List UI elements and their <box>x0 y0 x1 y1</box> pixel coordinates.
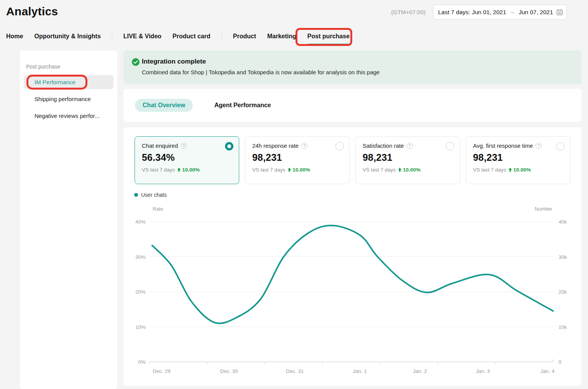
x-tick-label: Dec. 30 <box>220 368 238 374</box>
user-chats-series-line <box>152 226 553 324</box>
nav-item-opportunity-insights[interactable]: Opportunity & Insights <box>34 33 100 40</box>
integration-banner: Integration complete Combined data for S… <box>123 51 581 84</box>
tab-chat-overview[interactable]: Chat Overview <box>135 99 193 112</box>
calendar-icon <box>556 9 563 16</box>
nav-item-marketing[interactable]: Marketing <box>267 33 296 40</box>
tabs-card: Chat Overview Agent Performance <box>123 89 581 122</box>
metric-card-chat-enquired[interactable]: Chat enquired ? 56.34% VS last 7 days 10… <box>135 136 239 184</box>
metric-value: 98,231 <box>473 152 563 163</box>
nav-separator <box>222 33 222 40</box>
sidebar-section-label: Post purchase <box>26 64 117 70</box>
metric-value: 56.34% <box>142 152 232 163</box>
y-tick-right: 20k <box>558 289 567 295</box>
y-tick-right: 30k <box>558 254 567 260</box>
sidebar-item-shipping-performance[interactable]: Shipping performance <box>24 92 113 106</box>
top-navigation: Home Opportunity & Insights LIVE & Video… <box>6 31 350 42</box>
radio-selected-icon[interactable] <box>225 142 233 150</box>
help-icon[interactable]: ? <box>407 143 413 149</box>
sidebar-item-im-performance[interactable]: IM Performance <box>24 75 113 89</box>
y-tick-left: 0% <box>138 359 146 365</box>
y-tick-right: 40k <box>558 219 567 225</box>
metric-change: 10.00% <box>292 167 310 173</box>
metric-change: 10.00% <box>403 167 420 173</box>
banner-title: Integration complete <box>142 58 206 65</box>
date-range-end: Jun 07, 2021 <box>519 9 553 16</box>
radio-unselected-icon[interactable] <box>446 142 454 150</box>
metric-label: Chat enquired <box>142 142 178 149</box>
metric-change: 10.00% <box>182 167 200 173</box>
y-tick-left: 30% <box>135 254 146 260</box>
help-icon[interactable]: ? <box>301 143 307 149</box>
radio-unselected-icon[interactable] <box>335 142 344 150</box>
metric-card-satisfaction-rate[interactable]: Satisfaction rate ? 98,231 VS last 7 day… <box>355 136 460 184</box>
help-icon[interactable]: ? <box>181 143 187 149</box>
arrow-up-icon <box>177 168 181 172</box>
x-tick-label: Dec. 31 <box>286 368 304 374</box>
metric-label: Satisfaction rate <box>363 142 404 149</box>
date-range-picker[interactable]: Last 7 days: Jun 01, 2021 – Jun 07, 2021 <box>433 5 567 20</box>
vs-label: VS last 7 days <box>252 167 285 173</box>
sidebar-item-negative-reviews[interactable]: Negative reviews perfor... <box>24 109 113 123</box>
metric-value: 98,231 <box>363 152 453 163</box>
arrow-up-icon <box>287 168 291 172</box>
legend-dot-icon <box>134 193 138 197</box>
nav-item-live-video[interactable]: LIVE & Video <box>123 33 161 40</box>
x-tick-label: Jan. 2 <box>413 368 427 374</box>
metric-label: Avg. first response time <box>473 142 533 149</box>
vs-label: VS last 7 days <box>142 167 175 173</box>
radio-unselected-icon[interactable] <box>556 142 565 150</box>
y-tick-right: 10k <box>558 324 567 330</box>
nav-item-home[interactable]: Home <box>6 33 23 40</box>
x-tick-label: Jan. 1 <box>353 368 367 374</box>
metric-value: 98,231 <box>252 152 342 163</box>
y-tick-left: 20% <box>135 289 146 295</box>
metric-card-24h-response-rate[interactable]: 24h response rate ? 98,231 VS last 7 day… <box>245 136 350 184</box>
sidebar: Post purchase IM Performance Shipping pe… <box>20 51 117 389</box>
nav-item-product-card[interactable]: Product card <box>172 33 210 40</box>
nav-item-product[interactable]: Product <box>233 33 256 40</box>
success-check-icon <box>132 58 140 67</box>
metric-cards-row: Chat enquired ? 56.34% VS last 7 days 10… <box>135 136 570 184</box>
vs-label: VS last 7 days <box>363 167 396 173</box>
arrow-up-icon <box>398 168 402 172</box>
chart-card: Chat enquired ? 56.34% VS last 7 days 10… <box>123 127 581 386</box>
page-title: Analytics <box>6 5 58 18</box>
banner-message: Combined data for Shop | Tokopedia and T… <box>142 69 379 75</box>
metric-label: 24h response rate <box>252 142 299 149</box>
help-icon[interactable]: ? <box>535 143 542 149</box>
user-chats-line-chart: RateNumber40%40k30%30k20%20k10%10k0%0Dec… <box>123 202 581 378</box>
date-range-start: Last 7 days: Jun 01, 2021 <box>438 9 506 16</box>
tab-agent-performance[interactable]: Agent Performance <box>207 99 279 112</box>
legend-user-chats[interactable]: User chats <box>134 192 167 198</box>
arrow-up-icon <box>508 168 512 172</box>
y-tick-right: 0 <box>558 359 562 365</box>
timezone-label: (GTM+07:00) <box>391 9 425 15</box>
y-axis-left-title: Rate <box>153 206 163 212</box>
legend-label: User chats <box>141 192 167 198</box>
metric-card-avg-first-response-time[interactable]: Avg. first response time ? 98,231 VS las… <box>466 136 570 184</box>
date-range-separator: – <box>509 9 516 16</box>
metric-change: 10.00% <box>513 167 531 173</box>
nav-separator <box>112 33 112 40</box>
y-tick-left: 40% <box>135 219 146 225</box>
x-tick-label: Jan. 3 <box>476 368 490 374</box>
nav-item-post-purchase[interactable]: Post purchase <box>307 33 350 40</box>
y-axis-right-title: Number <box>535 206 553 212</box>
x-tick-label: Dec. 29 <box>153 368 171 374</box>
vs-label: VS last 7 days <box>473 167 506 173</box>
y-tick-left: 10% <box>135 324 146 330</box>
x-tick-label: Jan. 4 <box>540 368 555 374</box>
